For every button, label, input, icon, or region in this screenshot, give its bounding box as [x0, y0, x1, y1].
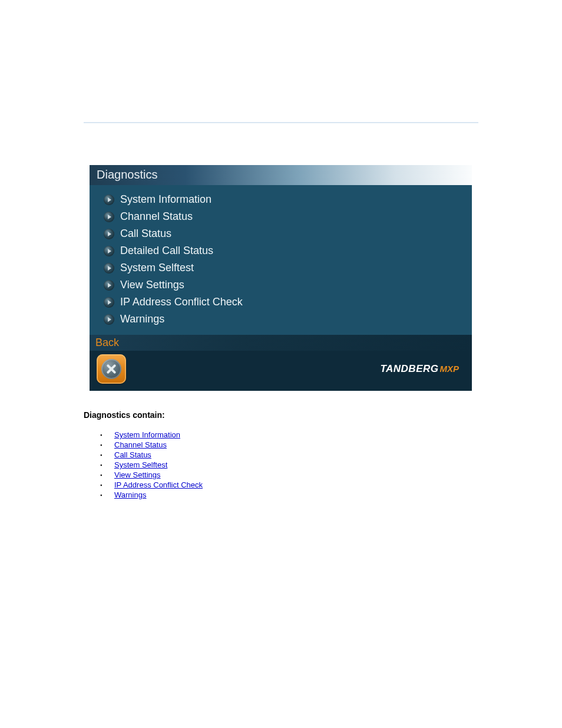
brand-suffix: MXP [439, 364, 459, 374]
menu-item-call-status[interactable]: Call Status [104, 225, 472, 242]
play-icon [104, 229, 114, 239]
menu-item-label: System Selftest [120, 262, 194, 274]
menu-item-system-selftest[interactable]: System Selftest [104, 259, 472, 276]
list-item: Call Status [100, 450, 203, 460]
play-icon [104, 263, 114, 274]
menu-list: System Information Channel Status Call S… [90, 185, 472, 335]
list-item: System Information [100, 430, 203, 440]
menu-item-label: Detailed Call Status [120, 245, 213, 257]
link-warnings[interactable]: Warnings [114, 490, 146, 499]
diagnostics-panel: Diagnostics System Information Channel S… [90, 165, 472, 388]
list-item: IP Address Conflict Check [100, 480, 203, 490]
list-item: Channel Status [100, 440, 203, 450]
menu-item-ip-address-conflict-check[interactable]: IP Address Conflict Check [104, 294, 472, 311]
diagnostics-heading: Diagnostics contain: [84, 410, 165, 420]
menu-item-channel-status[interactable]: Channel Status [104, 208, 472, 225]
panel-footer: Back TANDBERGMXP [90, 335, 472, 391]
menu-item-label: System Information [120, 193, 211, 206]
link-call-status[interactable]: Call Status [114, 450, 151, 459]
menu-item-view-settings[interactable]: View Settings [104, 276, 472, 294]
play-icon [104, 280, 114, 291]
link-channel-status[interactable]: Channel Status [114, 440, 167, 449]
divider [84, 122, 478, 123]
play-icon [104, 297, 114, 308]
brand: TANDBERGMXP [380, 363, 459, 375]
diagnostics-link-list: System Information Channel Status Call S… [100, 430, 203, 500]
footer-row: TANDBERGMXP [90, 351, 472, 391]
list-item: Warnings [100, 490, 203, 500]
play-icon [104, 212, 114, 222]
list-item: View Settings [100, 470, 203, 480]
play-icon [104, 314, 114, 325]
link-system-selftest[interactable]: System Selftest [114, 460, 167, 469]
back-label: Back [90, 335, 472, 351]
menu-item-label: Warnings [120, 313, 164, 325]
back-button[interactable] [97, 354, 126, 384]
menu-item-label: Channel Status [120, 210, 193, 223]
menu-item-label: View Settings [120, 279, 184, 291]
brand-name: TANDBERG [380, 363, 438, 374]
menu-item-system-information[interactable]: System Information [104, 191, 472, 208]
link-system-information[interactable]: System Information [114, 430, 180, 439]
menu-item-label: IP Address Conflict Check [120, 296, 243, 308]
panel-title: Diagnostics [90, 165, 472, 185]
link-ip-address-conflict-check[interactable]: IP Address Conflict Check [114, 480, 203, 489]
menu-item-warnings[interactable]: Warnings [104, 311, 472, 328]
list-item: System Selftest [100, 460, 203, 470]
close-icon [101, 359, 121, 379]
menu-item-label: Call Status [120, 228, 171, 240]
play-icon [104, 195, 114, 205]
link-view-settings[interactable]: View Settings [114, 470, 161, 479]
play-icon [104, 246, 114, 256]
menu-item-detailed-call-status[interactable]: Detailed Call Status [104, 242, 472, 259]
